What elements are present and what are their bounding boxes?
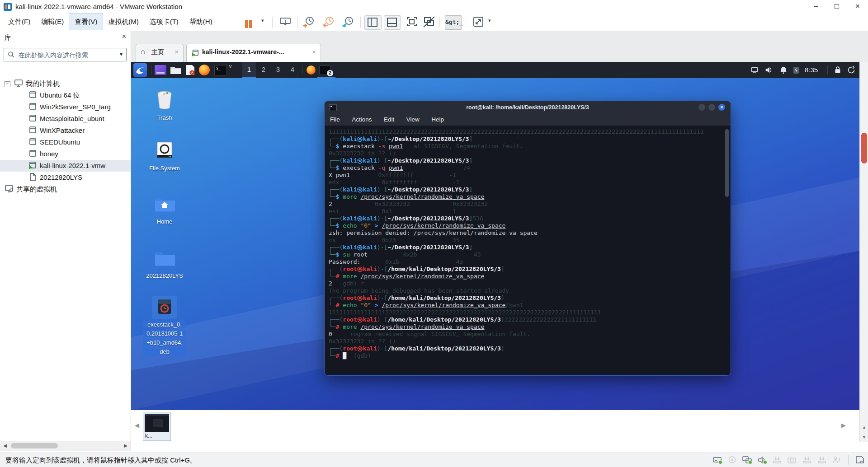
tab-home[interactable]: ⌂ 主页 × <box>136 44 184 62</box>
terminal-scrollbar[interactable] <box>725 129 729 372</box>
library-panel-toggle-button[interactable] <box>364 15 382 30</box>
tree-item-label: Ubuntu 64 位 <box>40 91 80 99</box>
tree-item-Metasploitable_ubunt[interactable]: Metasploitable_ubunt <box>0 113 131 125</box>
scroll-up-button[interactable]: ▲ <box>860 423 868 432</box>
minimize-button[interactable]: – <box>806 0 826 14</box>
free-stretch-button[interactable] <box>422 15 436 29</box>
tree-item-20212820LYS[interactable]: 20212820LYS <box>0 172 131 183</box>
desktop-icon-filesystem[interactable]: File System <box>143 140 186 172</box>
terminal-line-31: └─# █ (gdb) <box>329 352 704 360</box>
network-adapter-icon[interactable] <box>742 455 753 465</box>
launcher-dropdown-icon[interactable]: ˅ <box>229 64 232 70</box>
tree-item-honey[interactable]: honey <box>0 148 131 160</box>
menu-item-5[interactable]: 帮助(H) <box>184 14 218 30</box>
desktop-icon-folder-20212820LYS[interactable]: 20212820LYS <box>143 249 186 280</box>
vm-thumbnail-item[interactable]: k... <box>143 412 171 441</box>
tab-home-close-icon[interactable]: × <box>175 48 179 56</box>
pause-button[interactable] <box>244 15 259 29</box>
menu-item-1[interactable]: 编辑(E) <box>36 14 69 30</box>
panel-clock[interactable]: 8:35 <box>805 62 818 78</box>
vm-scrollbar-thumb[interactable] <box>861 133 867 163</box>
terminal-line-9: └─$ more /proc/sys/kernel/randomize_va_s… <box>329 193 704 201</box>
library-search-box[interactable]: ▾ <box>4 48 127 61</box>
menu-item-0[interactable]: 文件(F) <box>3 14 36 30</box>
tree-item-kali-linux-2022-1-vmw[interactable]: kali-linux-2022.1-vmw <box>0 160 131 172</box>
close-button[interactable]: × <box>847 0 868 14</box>
tab-vm-close-icon[interactable]: × <box>312 48 316 56</box>
tree-expander-icon[interactable]: − <box>5 81 10 87</box>
library-close-icon[interactable]: × <box>122 33 126 41</box>
take-snapshot-button[interactable] <box>302 15 316 29</box>
terminal-menu-view[interactable]: View <box>406 114 420 125</box>
thumbnail-scroll-left-icon[interactable]: ◀ <box>135 422 139 429</box>
menu-item-3[interactable]: 虚拟机(M) <box>103 14 144 30</box>
kali-menu-button[interactable] <box>133 63 147 77</box>
terminal-body[interactable]: 1111111111111111222222222222222222222222… <box>325 126 731 375</box>
search-input[interactable] <box>18 49 114 61</box>
console-view-button[interactable]: &gt;_ <box>445 15 462 30</box>
search-icon <box>8 51 15 58</box>
usb-device-icon[interactable] <box>772 455 783 465</box>
search-dropdown-icon[interactable]: ▾ <box>120 51 123 57</box>
revert-snapshot-button[interactable] <box>322 15 336 29</box>
snapshot-manager-button[interactable] <box>341 15 356 29</box>
scroll-down-button[interactable]: ▼ <box>860 433 868 442</box>
usb-device-3-icon[interactable] <box>816 455 827 465</box>
workspace-3[interactable]: 3 <box>271 62 285 77</box>
sidebar-scrollbar-thumb[interactable] <box>11 443 58 448</box>
file-manager-icon[interactable] <box>170 65 182 76</box>
hard-disk-icon[interactable] <box>712 455 723 465</box>
usb-device-2-icon[interactable] <box>802 455 812 465</box>
tree-item-Ubuntu-64-[interactable]: Ubuntu 64 位 <box>0 89 131 101</box>
desktop-icon-deb-package[interactable]: execstack_0. 0.20131005-1 +b10_amd64. de… <box>143 296 186 355</box>
workspace-1[interactable]: 1 <box>242 62 256 77</box>
fit-guest-button[interactable] <box>405 15 419 29</box>
menu-item-4[interactable]: 选项卡(T) <box>144 14 184 30</box>
pause-dropdown-icon[interactable]: ▾ <box>261 14 264 27</box>
sidebar-scroll-right-button[interactable]: ▶ <box>121 441 131 451</box>
text-editor-icon[interactable] <box>185 65 195 77</box>
terminal-menu-help[interactable]: Help <box>431 114 444 125</box>
terminal-close-button[interactable]: × <box>718 104 725 111</box>
maximize-button[interactable]: □ <box>826 0 847 14</box>
terminal-window[interactable]: root@kali: /home/kali/Desktop/20212820LY… <box>325 101 731 375</box>
terminal-maximize-button[interactable] <box>708 104 715 111</box>
tree-item-label: 20212820LYS <box>40 173 82 181</box>
menu-item-2[interactable]: 查看(V) <box>69 14 103 30</box>
tree-item-Win2kServer_SP0_targ[interactable]: Win2kServer_SP0_targ <box>0 101 131 113</box>
thumbnail-scroll-right-icon[interactable]: ▶ <box>841 422 846 429</box>
terminal-menu-actions[interactable]: Actions <box>352 114 372 125</box>
tree-item--[interactable]: 共享的虚拟机 <box>0 183 131 195</box>
terminal-menu-file[interactable]: File <box>330 114 340 125</box>
taskbar-firefox-icon[interactable] <box>307 65 316 75</box>
sidebar-scroll-left-button[interactable]: ◀ <box>0 441 10 451</box>
vm-vertical-scrollbar[interactable]: ▲ ▼ <box>859 62 868 442</box>
terminal-menu-edit[interactable]: Edit <box>384 114 394 125</box>
desktop-icon-home[interactable]: Home <box>143 195 186 225</box>
screenshot-camera-icon[interactable] <box>787 455 797 465</box>
terminal-title-bar[interactable]: root@kali: /home/kali/Desktop/20212820LY… <box>325 101 731 114</box>
tree-item-SEEDUbuntu[interactable]: SEEDUbuntu <box>0 136 131 148</box>
sidebar-horizontal-scrollbar[interactable]: ◀ ▶ <box>0 441 131 451</box>
desktop-icon-trash[interactable]: Trash <box>143 89 186 121</box>
message-log-icon[interactable] <box>854 455 865 465</box>
vm-console-screen[interactable]: $_ ˅ 1 2 3 4 2 <box>131 62 859 410</box>
thumbnail-bar-toggle-button[interactable] <box>384 15 401 30</box>
cd-rom-icon[interactable] <box>727 455 738 465</box>
firefox-icon[interactable] <box>199 65 210 75</box>
ctrl-alt-del-button[interactable] <box>278 15 292 29</box>
workspace-2[interactable]: 2 <box>257 62 270 77</box>
voice-icon[interactable] <box>831 455 842 465</box>
terminal-minimize-button[interactable] <box>698 104 705 111</box>
fullscreen-dropdown-icon[interactable]: ▾ <box>488 14 491 27</box>
tree-item-WinXPattacker[interactable]: WinXPattacker <box>0 125 131 136</box>
taskbar-terminal-icon[interactable]: 2 <box>319 65 331 75</box>
tree-item--[interactable]: −我的计算机 <box>0 78 131 89</box>
fullscreen-button[interactable] <box>471 15 486 29</box>
workspace-4[interactable]: 4 <box>286 62 299 77</box>
sound-icon[interactable] <box>757 455 768 465</box>
whisker-menu-icon[interactable] <box>155 65 166 75</box>
terminal-scrollbar-thumb[interactable] <box>725 129 729 197</box>
terminal-launcher-icon[interactable]: $_ <box>214 65 227 75</box>
tab-vm-kali[interactable]: kali-linux-2022.1-vmware-... × <box>186 44 321 62</box>
